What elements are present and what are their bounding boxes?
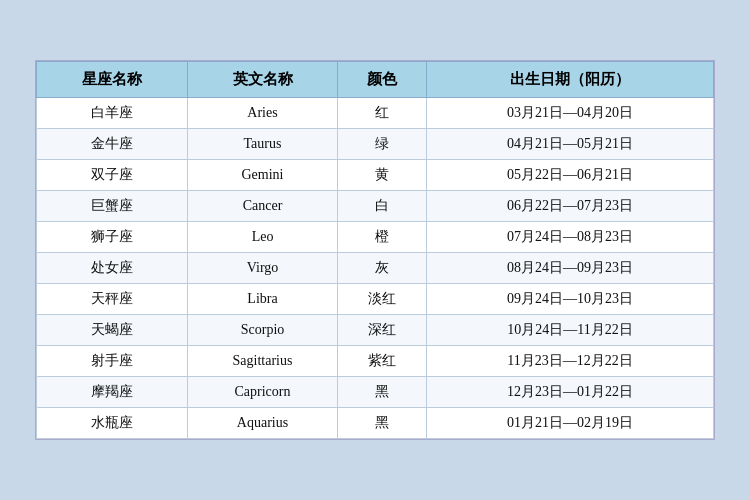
table-cell: 白羊座 [37,98,188,129]
table-cell: 08月24日—09月23日 [427,253,714,284]
table-cell: Aries [187,98,338,129]
table-row: 狮子座Leo橙07月24日—08月23日 [37,222,714,253]
table-cell: 05月22日—06月21日 [427,160,714,191]
table-cell: 处女座 [37,253,188,284]
zodiac-table: 星座名称英文名称颜色出生日期（阳历） 白羊座Aries红03月21日—04月20… [36,61,714,439]
table-row: 白羊座Aries红03月21日—04月20日 [37,98,714,129]
table-cell: 绿 [338,129,427,160]
table-cell: 09月24日—10月23日 [427,284,714,315]
table-cell: Scorpio [187,315,338,346]
table-cell: Virgo [187,253,338,284]
table-row: 巨蟹座Cancer白06月22日—07月23日 [37,191,714,222]
table-row: 金牛座Taurus绿04月21日—05月21日 [37,129,714,160]
table-cell: 12月23日—01月22日 [427,377,714,408]
table-cell: 水瓶座 [37,408,188,439]
table-row: 射手座Sagittarius紫红11月23日—12月22日 [37,346,714,377]
table-cell: Cancer [187,191,338,222]
table-cell: Leo [187,222,338,253]
table-cell: 天秤座 [37,284,188,315]
table-header-cell: 颜色 [338,62,427,98]
table-cell: Aquarius [187,408,338,439]
table-cell: 黑 [338,408,427,439]
table-header-cell: 出生日期（阳历） [427,62,714,98]
table-cell: 淡红 [338,284,427,315]
table-header-cell: 英文名称 [187,62,338,98]
table-body: 白羊座Aries红03月21日—04月20日金牛座Taurus绿04月21日—0… [37,98,714,439]
table-cell: 04月21日—05月21日 [427,129,714,160]
table-cell: 10月24日—11月22日 [427,315,714,346]
table-cell: 射手座 [37,346,188,377]
table-cell: 摩羯座 [37,377,188,408]
table-cell: 灰 [338,253,427,284]
table-cell: 07月24日—08月23日 [427,222,714,253]
table-cell: 双子座 [37,160,188,191]
table-row: 天蝎座Scorpio深红10月24日—11月22日 [37,315,714,346]
table-cell: 03月21日—04月20日 [427,98,714,129]
table-cell: Gemini [187,160,338,191]
table-row: 处女座Virgo灰08月24日—09月23日 [37,253,714,284]
table-row: 双子座Gemini黄05月22日—06月21日 [37,160,714,191]
table-header-row: 星座名称英文名称颜色出生日期（阳历） [37,62,714,98]
table-row: 摩羯座Capricorn黑12月23日—01月22日 [37,377,714,408]
table-cell: 橙 [338,222,427,253]
table-cell: 金牛座 [37,129,188,160]
table-row: 天秤座Libra淡红09月24日—10月23日 [37,284,714,315]
table-cell: 黄 [338,160,427,191]
table-cell: 06月22日—07月23日 [427,191,714,222]
table-cell: Capricorn [187,377,338,408]
table-row: 水瓶座Aquarius黑01月21日—02月19日 [37,408,714,439]
table-cell: 11月23日—12月22日 [427,346,714,377]
table-cell: 天蝎座 [37,315,188,346]
table-cell: Libra [187,284,338,315]
table-cell: 紫红 [338,346,427,377]
table-cell: 01月21日—02月19日 [427,408,714,439]
table-cell: 狮子座 [37,222,188,253]
zodiac-table-container: 星座名称英文名称颜色出生日期（阳历） 白羊座Aries红03月21日—04月20… [35,60,715,440]
table-cell: 巨蟹座 [37,191,188,222]
table-cell: 深红 [338,315,427,346]
table-cell: 白 [338,191,427,222]
table-cell: Taurus [187,129,338,160]
table-cell: Sagittarius [187,346,338,377]
table-cell: 黑 [338,377,427,408]
table-cell: 红 [338,98,427,129]
table-header-cell: 星座名称 [37,62,188,98]
